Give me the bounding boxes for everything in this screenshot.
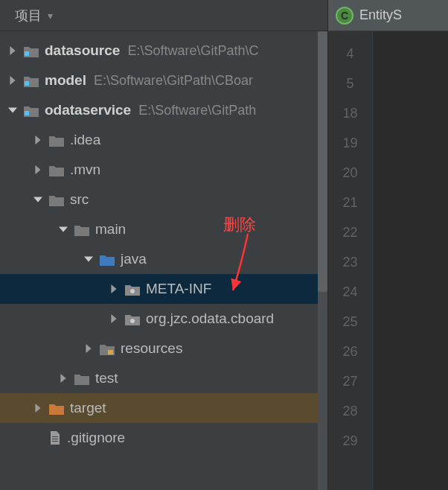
chevron-right-icon[interactable] <box>33 403 43 413</box>
class-icon: C <box>336 7 353 25</box>
line-number: 26 <box>328 337 372 366</box>
tree-node-java[interactable]: java <box>0 244 327 274</box>
editor-tab[interactable]: C EntityS <box>328 0 448 31</box>
tree-node-datasource[interactable]: datasource E:\Software\GitPath\C <box>0 36 327 66</box>
node-label: datasource <box>45 42 120 59</box>
module-folder-icon <box>24 45 39 57</box>
file-icon <box>49 431 61 445</box>
folder-icon <box>49 134 64 146</box>
node-label: .gitignore <box>67 430 125 446</box>
line-number: 22 <box>328 217 372 247</box>
line-number: 18 <box>328 98 372 128</box>
editor-content[interactable] <box>373 31 448 490</box>
chevron-right-icon[interactable] <box>83 343 94 354</box>
chevron-down-icon[interactable] <box>58 224 68 235</box>
folder-icon <box>74 372 89 384</box>
tab-label: EntityS <box>359 7 402 23</box>
module-folder-icon <box>24 104 39 116</box>
chevron-right-icon[interactable] <box>33 165 43 175</box>
tree-node-idea[interactable]: .idea <box>0 125 327 155</box>
node-path: E:\Software\GitPath\CBoar <box>94 73 253 89</box>
node-path: E:\Software\GitPath <box>138 103 256 118</box>
tree-node-main[interactable]: main <box>0 214 327 244</box>
node-label: resources <box>121 340 182 357</box>
line-number: 21 <box>328 188 372 217</box>
chevron-right-icon[interactable] <box>58 373 68 384</box>
node-label: src <box>70 191 89 208</box>
node-label: target <box>70 400 106 416</box>
chevron-down-icon[interactable] <box>7 105 18 115</box>
svg-rect-7 <box>108 350 113 354</box>
folder-icon <box>74 223 89 235</box>
line-number: 23 <box>328 247 372 277</box>
project-header: 项目 ▾ <box>0 0 327 31</box>
line-number: 28 <box>328 396 372 426</box>
tree-node-src[interactable]: src <box>0 185 327 214</box>
node-label: test <box>95 370 118 386</box>
line-number: 24 <box>328 277 372 307</box>
tree-node-package[interactable]: org.jzc.odata.cboard <box>0 304 327 334</box>
source-folder-icon <box>100 253 115 265</box>
svg-rect-4 <box>25 111 29 115</box>
folder-icon <box>49 194 64 206</box>
project-title: 项目 <box>15 7 42 25</box>
svg-point-6 <box>130 319 135 323</box>
chevron-right-icon[interactable] <box>33 135 43 145</box>
line-number: 4 <box>328 39 372 69</box>
chevron-down-icon[interactable] <box>33 194 43 205</box>
chevron-down-icon[interactable] <box>83 254 94 264</box>
tree-node-gitignore[interactable]: .gitignore <box>0 423 327 453</box>
node-label: .mvn <box>70 162 100 178</box>
node-label: odataservice <box>45 102 131 118</box>
tree-node-model[interactable]: model E:\Software\GitPath\CBoar <box>0 66 327 95</box>
chevron-right-icon[interactable] <box>7 45 18 56</box>
tree-node-metainf[interactable]: META-INF <box>0 274 327 304</box>
project-tree: datasource E:\Software\GitPath\C model E… <box>0 31 327 490</box>
folder-icon <box>49 164 64 176</box>
editor-panel: C EntityS 4 5 18 19 20 21 22 23 24 25 26… <box>328 0 448 490</box>
chevron-right-icon[interactable] <box>109 284 119 294</box>
tree-node-mvn[interactable]: .mvn <box>0 155 327 185</box>
node-label: java <box>121 251 147 267</box>
scrollbar-thumb[interactable] <box>318 31 327 292</box>
line-number: 5 <box>328 69 372 98</box>
tree-node-test[interactable]: test <box>0 363 327 393</box>
line-number: 25 <box>328 307 372 337</box>
svg-point-5 <box>130 289 135 293</box>
package-icon <box>125 313 140 325</box>
resources-folder-icon <box>100 343 115 354</box>
chevron-right-icon[interactable] <box>109 314 119 324</box>
dropdown-icon[interactable]: ▾ <box>48 10 53 22</box>
line-number: 19 <box>328 128 372 158</box>
node-label: .idea <box>70 132 100 148</box>
svg-rect-2 <box>25 51 29 56</box>
excluded-folder-icon <box>49 402 64 414</box>
chevron-right-icon[interactable] <box>7 75 18 86</box>
node-label: org.jzc.odata.cboard <box>146 311 274 327</box>
editor-gutter: 4 5 18 19 20 21 22 23 24 25 26 27 28 29 <box>328 31 373 490</box>
package-icon <box>125 283 140 295</box>
node-label: META-INF <box>146 281 211 297</box>
line-number: 27 <box>328 366 372 396</box>
tree-node-resources[interactable]: resources <box>0 334 327 363</box>
svg-rect-3 <box>25 81 29 86</box>
tree-node-odataservice[interactable]: odataservice E:\Software\GitPath <box>0 95 327 125</box>
tree-scrollbar[interactable] <box>318 31 327 490</box>
line-number: 29 <box>328 426 372 456</box>
node-label: model <box>45 72 86 89</box>
tree-node-target[interactable]: target <box>0 393 327 423</box>
module-folder-icon <box>24 74 39 86</box>
node-path: E:\Software\GitPath\C <box>127 43 258 59</box>
line-number: 20 <box>328 158 372 188</box>
node-label: main <box>95 221 126 238</box>
